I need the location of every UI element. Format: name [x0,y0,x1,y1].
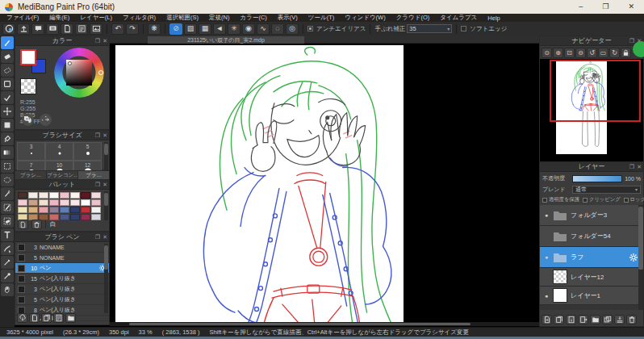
palette-swatch[interactable] [91,207,101,213]
comment-button[interactable] [31,23,44,35]
rotate-ccw-button[interactable]: ↺ [587,48,597,58]
brush-size-3[interactable]: 3 [17,142,45,161]
menu-ruler[interactable]: 定規(N) [209,14,229,22]
drawing-canvas[interactable] [115,45,404,323]
clipping-checkbox[interactable]: クリッピング [583,196,621,203]
soft-edge-checkbox[interactable] [461,26,466,31]
select-rect-tool[interactable] [1,160,14,173]
select-eraser-tool[interactable] [1,215,14,228]
brush-item[interactable]: 5NONAME [15,253,109,263]
palette-swatch[interactable] [70,199,80,206]
rotate-cw-button[interactable]: ↻ [609,48,620,58]
fit-screen-button[interactable]: ⊡ [564,48,575,58]
visibility-icon[interactable]: ● [543,254,550,260]
palette-swatch[interactable] [81,199,90,206]
antialias-checkbox[interactable] [307,26,313,31]
menu-timelapse[interactable]: タイムラプス [440,14,477,22]
palette-swatch[interactable] [28,199,38,206]
menu-color[interactable]: カラー(C) [240,14,267,22]
palette-swatch[interactable] [60,207,69,213]
bucket-tool[interactable] [1,132,14,145]
shape-brush-tool[interactable] [1,77,14,90]
menu-tool[interactable]: ツール(T) [308,14,334,22]
layer-scrollbar[interactable] [638,205,643,310]
snap-spiral-button[interactable]: ◎ [286,23,299,35]
popout-icon[interactable]: ❐ [95,131,100,140]
canvas-area[interactable]: 231125いい双子の日_実2.mdp [110,36,539,327]
new-document-button[interactable] [61,23,73,35]
snap-curve-button[interactable]: ∿ [257,23,270,35]
palette-swatch[interactable] [70,192,80,199]
cloud-brush-button[interactable] [17,313,27,323]
document-list-button[interactable] [75,23,88,35]
publish-button[interactable] [17,23,30,35]
canvas-h-scrollbar[interactable] [110,322,539,326]
popout-icon[interactable]: ❐ [629,162,634,172]
snap-concentric-button[interactable]: ◉ [242,23,255,35]
restore-button[interactable]: ❐ [602,0,608,14]
brush-size-4[interactable]: 4 [45,142,73,161]
palette-swatch[interactable] [49,207,59,213]
brush-item[interactable]: 5ペン(入り抜き [15,295,109,305]
add-palette-color-button[interactable] [18,220,28,229]
palette-swatch[interactable] [91,199,101,206]
stabilizer-select[interactable]: 35 ▾ [407,24,452,33]
copy-layer-button[interactable] [554,315,564,324]
tab-brush[interactable]: ブラシ… [15,171,46,179]
reset-view-button[interactable]: ▭ [598,48,608,58]
transparent-color-swatch[interactable] [20,78,36,94]
undo-button[interactable]: ↶ [111,23,124,35]
menu-help[interactable]: Help [487,15,500,22]
redo-button[interactable]: ↷ [126,23,139,35]
chat-button[interactable] [46,23,59,35]
brush-folder-button[interactable] [65,313,76,323]
palette-swatch[interactable] [70,214,80,220]
palette-swatch[interactable] [60,199,69,206]
layer-row-layer12[interactable]: レイヤー12 [540,268,643,287]
palette-swatch[interactable] [49,199,59,206]
close-icon[interactable]: ✕ [102,131,107,140]
close-icon[interactable]: ✕ [102,36,107,46]
palette-swatch[interactable] [39,207,48,213]
minimize-button[interactable]: – [579,0,583,14]
figure-tool[interactable] [1,119,14,132]
snap-parallel-button[interactable]: ▨ [184,23,197,35]
zoom-reset-button[interactable]: ⊙ [542,48,552,58]
menu-layer[interactable]: レイヤー(L) [80,14,112,22]
save-button[interactable] [2,23,15,35]
foreground-color-swatch[interactable] [20,49,36,65]
divide-tool[interactable] [1,256,14,269]
opacity-slider[interactable] [572,175,622,182]
palette-swatch[interactable] [60,192,69,199]
brush-item[interactable]: 3NONAME [15,242,109,253]
palette-picker-button[interactable] [22,114,34,126]
palette-swatch[interactable] [91,192,101,199]
palette-swatch[interactable] [28,192,38,199]
eraser-tool[interactable] [1,50,14,63]
lasso-tool[interactable] [1,174,14,186]
delete-palette-color-button[interactable] [31,220,42,229]
palette-transfer-button[interactable] [40,114,52,126]
gear-icon[interactable] [629,253,638,262]
protect-alpha-checkbox[interactable]: 透明度を保護 [542,196,579,203]
palette-swatch[interactable] [81,207,90,213]
visibility-icon[interactable]: ● [543,212,550,218]
brush-item[interactable]: 15ペン(入り抜き [15,274,109,284]
gallery-button[interactable] [90,23,102,35]
layer-property-button[interactable] [566,315,576,324]
zoom-in-button[interactable]: ⊕ [553,48,563,58]
lock-checkbox[interactable]: ロック [624,196,644,203]
zoom-out-button[interactable]: ⊖ [575,48,586,58]
palette-swatch[interactable] [81,192,90,199]
brush-size-5[interactable]: 5 [73,142,102,161]
brush-size-scrollbar[interactable] [104,142,108,170]
blend-select[interactable]: 通常 ▾ [572,186,641,194]
popout-icon[interactable]: ❐ [95,180,100,190]
eyedropper-tool[interactable] [1,270,14,282]
move-tool[interactable] [1,105,14,118]
snap-off-button[interactable]: ⊘ [169,23,182,35]
lock-button[interactable] [621,48,631,58]
merge-layer-button[interactable] [614,315,625,324]
close-icon[interactable]: ✕ [102,180,107,190]
add-brush-button[interactable] [29,313,40,323]
